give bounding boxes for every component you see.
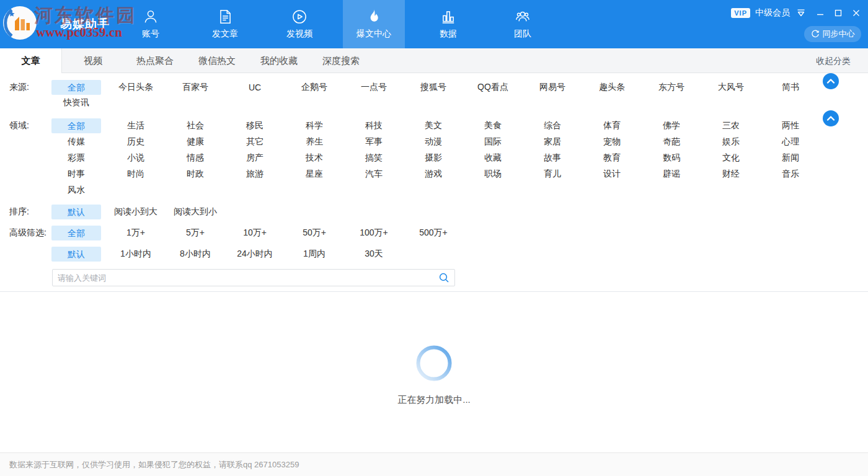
- nav-item-data[interactable]: 数据: [417, 0, 479, 48]
- filter-option-selected[interactable]: 全部: [46, 118, 106, 134]
- filter-option[interactable]: 东方号: [642, 79, 701, 95]
- sync-center-button[interactable]: 同步中心: [804, 26, 861, 42]
- filter-option[interactable]: 综合: [523, 118, 582, 134]
- filter-option[interactable]: 娱乐: [701, 134, 761, 150]
- tab-hotspot-aggregation[interactable]: 热点聚合: [124, 48, 186, 73]
- close-button[interactable]: [852, 9, 860, 17]
- filter-option[interactable]: 军事: [344, 134, 404, 150]
- filter-option[interactable]: 一点号: [344, 79, 404, 95]
- filter-option[interactable]: 搜狐号: [404, 79, 463, 95]
- filter-option[interactable]: 文化: [701, 150, 761, 166]
- filter-option[interactable]: 摄影: [404, 150, 463, 166]
- filter-option[interactable]: 移民: [225, 118, 285, 134]
- filter-option[interactable]: 100万+: [344, 223, 404, 244]
- filter-option[interactable]: 财经: [701, 166, 761, 182]
- nav-item-team[interactable]: 团队: [492, 0, 554, 48]
- filter-option[interactable]: UC: [225, 79, 285, 95]
- filter-option[interactable]: 收藏: [463, 150, 523, 166]
- filter-option[interactable]: 趣头条: [582, 79, 642, 95]
- filter-option[interactable]: 24小时内: [225, 244, 285, 264]
- filter-option[interactable]: 简书: [761, 79, 820, 95]
- filter-option[interactable]: 科学: [285, 118, 344, 134]
- tab-wechat-hot[interactable]: 微信热文: [186, 48, 248, 73]
- filter-option[interactable]: 科技: [344, 118, 404, 134]
- tab-videos[interactable]: 视频: [62, 48, 124, 73]
- filter-option[interactable]: 故事: [523, 150, 582, 166]
- filter-option[interactable]: 历史: [106, 134, 166, 150]
- filter-option[interactable]: 网易号: [523, 79, 582, 95]
- filter-option[interactable]: 佛学: [642, 118, 701, 134]
- filter-option[interactable]: 30天: [344, 244, 404, 264]
- filter-option[interactable]: 职场: [463, 166, 523, 182]
- filter-option-selected[interactable]: 全部: [46, 223, 106, 244]
- filter-option[interactable]: 技术: [285, 150, 344, 166]
- filter-option[interactable]: 5万+: [166, 223, 225, 244]
- filter-option[interactable]: 健康: [166, 134, 225, 150]
- filter-option[interactable]: QQ看点: [463, 79, 523, 95]
- filter-option[interactable]: 音乐: [761, 166, 820, 182]
- filter-option[interactable]: 其它: [225, 134, 285, 150]
- collapse-source-button[interactable]: [823, 73, 839, 89]
- filter-option[interactable]: 500万+: [404, 223, 463, 244]
- filter-option[interactable]: 50万+: [285, 223, 344, 244]
- minimize-button[interactable]: [817, 9, 824, 17]
- membership-dropdown-icon[interactable]: [796, 9, 806, 17]
- filter-option[interactable]: 百家号: [166, 79, 225, 95]
- filter-option[interactable]: 数码: [642, 150, 701, 166]
- filter-option[interactable]: 时事: [46, 166, 106, 182]
- filter-option[interactable]: 情感: [166, 150, 225, 166]
- collapse-categories-link[interactable]: 收起分类: [816, 48, 868, 73]
- filter-option[interactable]: 三农: [701, 118, 761, 134]
- filter-option-selected[interactable]: 默认: [46, 201, 106, 223]
- filter-option[interactable]: 生活: [106, 118, 166, 134]
- filter-option[interactable]: 汽车: [344, 166, 404, 182]
- keyword-search-input[interactable]: [58, 273, 438, 283]
- filter-option[interactable]: 养生: [285, 134, 344, 150]
- filter-option[interactable]: 1周内: [285, 244, 344, 264]
- search-icon[interactable]: [438, 272, 450, 283]
- tab-articles[interactable]: 文章: [0, 48, 62, 74]
- collapse-category-button[interactable]: [823, 110, 839, 126]
- filter-option[interactable]: 10万+: [225, 223, 285, 244]
- filter-option[interactable]: 游戏: [404, 166, 463, 182]
- filter-option[interactable]: 搞笑: [344, 150, 404, 166]
- filter-option[interactable]: 美食: [463, 118, 523, 134]
- filter-option-selected[interactable]: 全部: [46, 79, 106, 95]
- filter-option[interactable]: 新闻: [761, 150, 820, 166]
- nav-item-post-article[interactable]: 发文章: [194, 0, 256, 48]
- filter-option[interactable]: 旅游: [225, 166, 285, 182]
- filter-option[interactable]: 辟谣: [642, 166, 701, 182]
- nav-item-hot-articles[interactable]: 爆文中心: [343, 0, 405, 48]
- filter-option[interactable]: 1万+: [106, 223, 166, 244]
- filter-option[interactable]: 阅读小到大: [106, 201, 166, 223]
- filter-option[interactable]: 时政: [166, 166, 225, 182]
- filter-option[interactable]: 8小时内: [166, 244, 225, 264]
- nav-item-post-video[interactable]: 发视频: [268, 0, 330, 48]
- filter-option[interactable]: 房产: [225, 150, 285, 166]
- filter-option[interactable]: 企鹅号: [285, 79, 344, 95]
- filter-option[interactable]: 今日头条: [106, 79, 166, 95]
- filter-option[interactable]: 心理: [761, 134, 820, 150]
- filter-option[interactable]: 星座: [285, 166, 344, 182]
- filter-option[interactable]: 传媒: [46, 134, 106, 150]
- filter-option[interactable]: 时尚: [106, 166, 166, 182]
- filter-option[interactable]: 美文: [404, 118, 463, 134]
- filter-option[interactable]: 教育: [582, 150, 642, 166]
- filter-option[interactable]: 快资讯: [46, 95, 106, 110]
- nav-item-account[interactable]: 账号: [120, 0, 182, 48]
- filter-option[interactable]: 1小时内: [106, 244, 166, 264]
- filter-option[interactable]: 社会: [166, 118, 225, 134]
- filter-option[interactable]: 国际: [463, 134, 523, 150]
- tab-my-favorites[interactable]: 我的收藏: [248, 48, 310, 73]
- filter-option[interactable]: 小说: [106, 150, 166, 166]
- filter-option[interactable]: 风水: [46, 182, 106, 198]
- filter-option[interactable]: 阅读大到小: [166, 201, 225, 223]
- filter-option[interactable]: 体育: [582, 118, 642, 134]
- filter-option[interactable]: 奇葩: [642, 134, 701, 150]
- filter-option[interactable]: 大风号: [701, 79, 761, 95]
- filter-option[interactable]: 家居: [523, 134, 582, 150]
- filter-option-selected[interactable]: 默认: [46, 244, 106, 264]
- filter-option[interactable]: 动漫: [404, 134, 463, 150]
- filter-option[interactable]: 两性: [761, 118, 820, 134]
- filter-option[interactable]: 宠物: [582, 134, 642, 150]
